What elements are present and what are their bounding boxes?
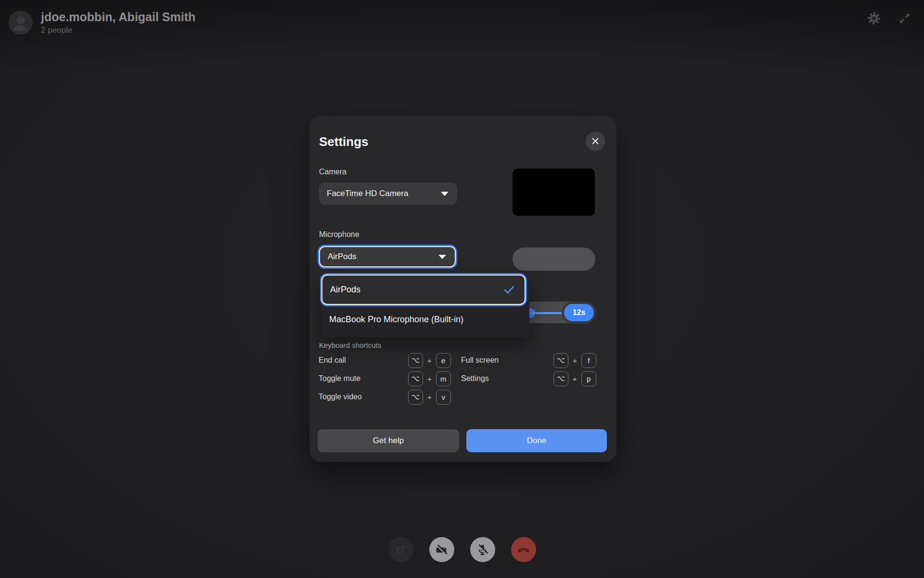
call-title: jdoe.mobbin, Abigail Smith	[41, 10, 195, 24]
end-call-button[interactable]	[511, 537, 536, 562]
shortcut-action: Toggle mute	[319, 374, 408, 383]
letter-keycap: p	[581, 371, 596, 386]
caret-down-icon	[441, 192, 449, 196]
call-controls	[0, 537, 924, 562]
gear-icon	[867, 11, 881, 26]
plus-separator: +	[573, 356, 577, 365]
close-button[interactable]	[586, 131, 605, 151]
shortcut-end-call: End call ⌥ + e	[319, 351, 451, 369]
shortcuts-left-column: End call ⌥ + e Toggle mute ⌥ + m Toggle …	[319, 351, 451, 406]
expand-icon	[898, 11, 912, 26]
get-help-button[interactable]: Get help	[318, 429, 459, 452]
letter-keycap: e	[436, 353, 451, 368]
shortcut-toggle-mute: Toggle mute ⌥ + m	[319, 369, 451, 388]
stop-presenting-button[interactable]	[388, 537, 413, 562]
topbar-actions	[864, 9, 914, 28]
microphone-dropdown-menu: AirPods MacBook Pro Microphone (Built-in…	[321, 275, 529, 337]
plus-separator: +	[427, 356, 432, 365]
check-icon	[503, 285, 515, 295]
shortcut-action: End call	[319, 356, 408, 365]
menu-item-macbook-mic[interactable]: MacBook Pro Microphone (Built-in)	[321, 305, 529, 334]
menu-item-label: MacBook Pro Microphone (Built-in)	[329, 315, 463, 325]
shortcut-action: Settings	[461, 374, 553, 383]
toggle-mute-button[interactable]	[470, 537, 495, 562]
shortcut-toggle-video: Toggle video ⌥ + v	[319, 388, 451, 406]
shortcut-action: Full screen	[461, 356, 553, 365]
option-keycap: ⌥	[408, 390, 423, 405]
shortcut-settings: Settings ⌥ + p	[461, 369, 596, 388]
settings-button[interactable]	[864, 9, 884, 28]
camera-select-value: FaceTime HD Camera	[327, 189, 408, 198]
call-screen: jdoe.mobbin, Abigail Smith 2 people Sett…	[0, 0, 924, 578]
mic-off-icon	[476, 543, 489, 556]
microphone-label: Microphone	[319, 230, 359, 239]
option-keycap: ⌥	[553, 371, 568, 386]
dialog-title: Settings	[319, 134, 369, 149]
plus-separator: +	[427, 393, 432, 401]
menu-item-label: AirPods	[330, 285, 360, 295]
option-keycap: ⌥	[408, 353, 423, 368]
mic-level-meter	[513, 248, 595, 271]
camera-label: Camera	[319, 168, 346, 176]
camera-preview	[513, 169, 595, 216]
keyboard-shortcuts-label: Keyboard shortcuts	[319, 341, 381, 349]
clip-length-slider-active-line	[530, 312, 565, 314]
shortcuts-right-column: Full screen ⌥ + f Settings ⌥ + p	[461, 351, 596, 388]
option-keycap: ⌥	[553, 353, 568, 368]
plus-separator: +	[573, 375, 577, 383]
plus-separator: +	[427, 375, 432, 383]
participant-count: 2 people	[41, 25, 195, 36]
menu-item-airpods[interactable]: AirPods	[321, 275, 526, 305]
microphone-select-value: AirPods	[328, 252, 357, 262]
call-title-block: jdoe.mobbin, Abigail Smith 2 people	[41, 10, 195, 36]
letter-keycap: f	[581, 353, 596, 368]
letter-keycap: v	[436, 390, 451, 405]
clip-length-value: 12s	[573, 308, 586, 317]
fullscreen-button[interactable]	[895, 9, 914, 28]
toggle-video-button[interactable]	[429, 537, 454, 562]
shortcut-action: Toggle video	[319, 393, 408, 401]
done-button[interactable]: Done	[466, 429, 607, 452]
call-header: jdoe.mobbin, Abigail Smith 2 people	[9, 10, 195, 36]
option-keycap: ⌥	[408, 371, 423, 386]
present-screen-icon	[394, 543, 408, 556]
microphone-select[interactable]: AirPods	[319, 246, 456, 267]
person-icon	[9, 11, 33, 35]
video-off-icon	[435, 543, 448, 556]
caret-down-icon	[438, 255, 446, 259]
shortcut-full-screen: Full screen ⌥ + f	[461, 351, 596, 369]
clip-length-slider-thumb[interactable]: 12s	[564, 304, 594, 321]
close-icon	[591, 137, 599, 145]
letter-keycap: m	[436, 371, 451, 386]
end-call-icon	[516, 542, 531, 557]
settings-dialog: Settings Camera FaceTime HD Camera Micro…	[309, 116, 616, 462]
avatar	[9, 11, 33, 35]
camera-select[interactable]: FaceTime HD Camera	[319, 183, 457, 205]
